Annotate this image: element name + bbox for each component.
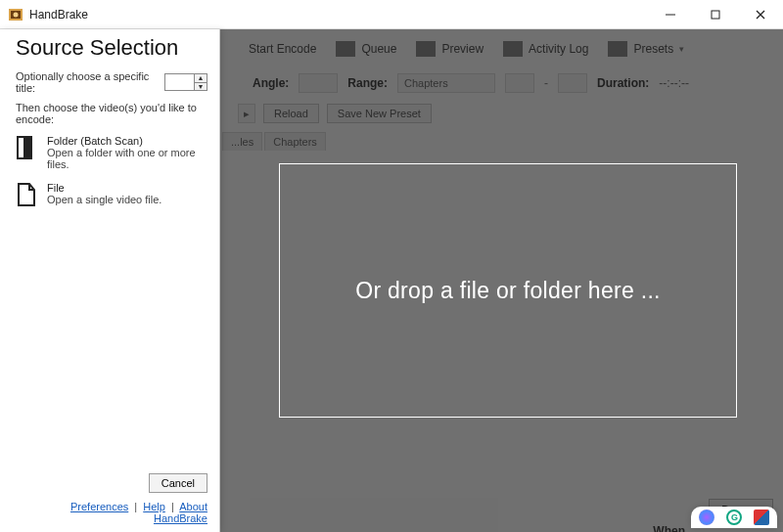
help-link[interactable]: Help <box>143 501 165 512</box>
drop-zone-text: Or drop a file or folder here ... <box>355 278 661 304</box>
titlebar: HandBrake <box>0 0 783 29</box>
open-file-option[interactable]: File Open a single video file. <box>16 182 207 207</box>
app-tray-icon[interactable] <box>754 510 769 525</box>
window-maximize-button[interactable] <box>693 0 738 29</box>
specific-title-row: Optionally choose a specific title: ▲ ▼ <box>16 70 207 94</box>
open-folder-title: Folder (Batch Scan) <box>47 135 207 147</box>
footer-links: Preferences | Help | About HandBrake <box>16 501 207 524</box>
source-selection-panel: Source Selection Optionally choose a spe… <box>0 29 220 532</box>
source-selection-heading: Source Selection <box>16 35 207 61</box>
drop-zone[interactable]: Or drop a file or folder here ... <box>279 163 737 418</box>
open-folder-option[interactable]: Folder (Batch Scan) Open a folder with o… <box>16 135 207 170</box>
file-icon <box>16 182 37 207</box>
title-step-up[interactable]: ▲ <box>195 74 207 83</box>
window-minimize-button[interactable] <box>648 0 693 29</box>
link-sep-2: | <box>171 501 174 512</box>
svg-rect-8 <box>23 137 31 158</box>
svg-rect-4 <box>712 11 719 19</box>
open-folder-sub: Open a folder with one or more files. <box>47 147 207 170</box>
messenger-tray-icon[interactable] <box>699 510 714 525</box>
open-file-sub: Open a single video file. <box>47 194 161 205</box>
system-tray: G <box>691 507 777 528</box>
title-number-input[interactable]: ▲ ▼ <box>164 73 207 91</box>
svg-point-2 <box>14 12 19 17</box>
open-file-title: File <box>47 182 161 194</box>
cancel-button[interactable]: Cancel <box>149 473 207 493</box>
specific-title-label: Optionally choose a specific title: <box>16 70 159 94</box>
then-choose-label: Then choose the video(s) you'd like to e… <box>16 102 207 125</box>
app-icon <box>8 7 23 22</box>
folder-icon <box>16 135 37 160</box>
title-number-field[interactable] <box>164 73 194 91</box>
grammarly-tray-icon[interactable]: G <box>726 510 742 525</box>
title-step-down[interactable]: ▼ <box>195 83 207 91</box>
preferences-link[interactable]: Preferences <box>70 501 128 512</box>
app-title: HandBrake <box>29 8 88 22</box>
window-close-button[interactable] <box>738 0 783 29</box>
link-sep-1: | <box>134 501 137 512</box>
